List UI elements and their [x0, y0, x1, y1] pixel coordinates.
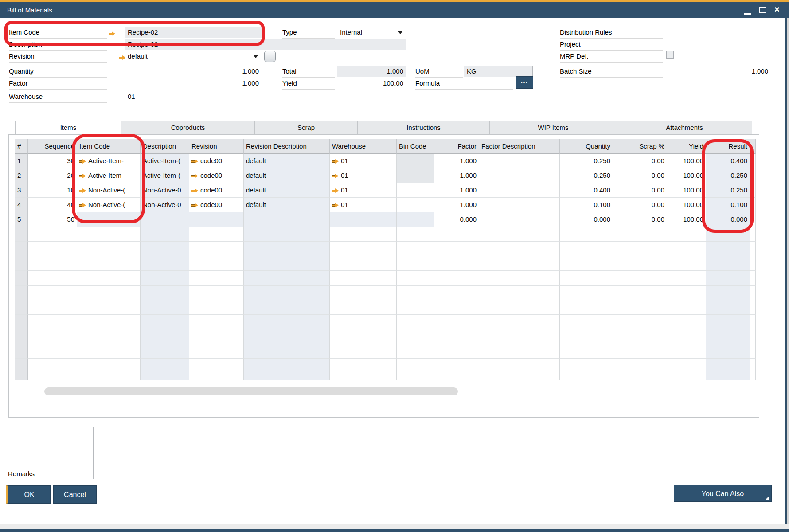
yield-field[interactable]: 100.00 [337, 78, 406, 89]
cell-num[interactable]: 4 [15, 198, 28, 212]
cell-scrap[interactable]: 0.00 [613, 154, 667, 168]
tab-instructions[interactable]: Instructions [358, 121, 490, 134]
cell-quantity[interactable]: 0.100 [560, 198, 613, 212]
factor-field[interactable]: 1.000 [125, 78, 262, 89]
warehouse-field[interactable]: 01 [125, 91, 262, 102]
cell-result[interactable]: 0.250 [706, 168, 750, 183]
cancel-button[interactable]: Cancel [53, 485, 97, 504]
formula-marker-cell[interactable]: ≡ [750, 212, 756, 227]
cell-factor[interactable]: 1.000 [434, 168, 479, 183]
link-arrow-icon[interactable] [332, 188, 339, 193]
cell-warehouse[interactable]: 01 [330, 183, 397, 198]
cell-description[interactable] [141, 212, 189, 227]
cell-bin_code[interactable] [397, 183, 434, 198]
link-arrow-icon[interactable] [191, 159, 199, 164]
cell-factor_description[interactable] [479, 154, 560, 168]
cell-sequence[interactable]: 10 [28, 183, 77, 198]
cell-scrap[interactable]: 0.00 [613, 198, 667, 212]
cell-revision_description[interactable]: default [244, 183, 330, 198]
cell-revision[interactable]: code00 [189, 154, 244, 168]
link-arrow-icon[interactable] [79, 174, 86, 179]
description-field[interactable]: Recipe-02 [125, 39, 406, 50]
cell-factor_description[interactable] [479, 183, 560, 198]
cell-yield[interactable]: 100.00 [667, 168, 706, 183]
close-icon[interactable]: × [772, 4, 782, 15]
link-arrow-icon[interactable] [191, 203, 199, 208]
remarks-textarea[interactable] [93, 427, 191, 479]
cell-factor[interactable]: 1.000 [434, 154, 479, 168]
cell-revision[interactable]: code00 [189, 183, 244, 198]
cell-result[interactable]: 0.400 [706, 154, 750, 168]
cell-factor_description[interactable] [479, 198, 560, 212]
cell-revision[interactable]: code00 [189, 168, 244, 183]
cell-num[interactable]: 3 [15, 183, 28, 198]
cell-description[interactable]: Non-Active-0 [141, 183, 189, 198]
cell-revision_description[interactable]: default [244, 198, 330, 212]
link-arrow-icon[interactable] [332, 159, 339, 164]
cell-revision_description[interactable] [244, 212, 330, 227]
link-arrow-icon[interactable] [332, 203, 339, 208]
cell-num[interactable]: 2 [15, 168, 28, 183]
distribution-rules-field[interactable] [666, 27, 771, 38]
cell-item_code[interactable]: Non-Active-( [77, 198, 141, 212]
cell-item_code[interactable]: Active-Item- [77, 168, 141, 183]
link-arrow-icon[interactable] [191, 188, 199, 193]
project-field[interactable] [666, 39, 771, 50]
cell-factor[interactable]: 0.000 [434, 212, 479, 227]
cell-sequence[interactable]: 40 [28, 198, 77, 212]
cell-warehouse[interactable]: 01 [330, 198, 397, 212]
ok-button[interactable]: OK [6, 485, 51, 504]
cell-scrap[interactable]: 0.00 [613, 168, 667, 183]
cell-yield[interactable]: 100.00 [667, 183, 706, 198]
cell-revision_description[interactable]: default [244, 154, 330, 168]
cell-num[interactable]: 1 [15, 154, 28, 168]
cell-scrap[interactable]: 0.00 [613, 183, 667, 198]
batch-size-field[interactable]: 1.000 [666, 66, 771, 77]
tab-wip-items[interactable]: WIP Items [490, 121, 617, 134]
cell-bin_code[interactable] [397, 168, 434, 183]
cell-description[interactable]: Active-Item-( [141, 168, 189, 183]
cell-factor_description[interactable] [479, 212, 560, 227]
link-arrow-icon[interactable] [79, 188, 86, 193]
cell-quantity[interactable]: 0.400 [560, 183, 613, 198]
tab-items[interactable]: Items [15, 121, 121, 134]
tab-scrap[interactable]: Scrap [255, 121, 358, 134]
cell-bin_code[interactable] [397, 212, 434, 227]
cell-quantity[interactable]: 0.250 [560, 154, 613, 168]
cell-bin_code[interactable] [397, 154, 434, 168]
formula-marker-cell[interactable]: ≡ [750, 168, 756, 183]
formula-marker-cell[interactable]: ≡ [750, 183, 756, 198]
cell-sequence[interactable]: 20 [28, 168, 77, 183]
cell-revision[interactable] [189, 212, 244, 227]
cell-result[interactable]: 0.100 [706, 198, 750, 212]
tab-attachments[interactable]: Attachments [617, 121, 752, 134]
cell-revision_description[interactable]: default [244, 168, 330, 183]
cell-factor_description[interactable] [479, 168, 560, 183]
quantity-field[interactable]: 1.000 [125, 66, 262, 77]
link-arrow-icon[interactable] [79, 159, 86, 164]
type-dropdown[interactable]: Internal [337, 27, 406, 38]
cell-sequence[interactable]: 50 [28, 212, 77, 227]
cell-bin_code[interactable] [397, 198, 434, 212]
tab-coproducts[interactable]: Coproducts [121, 121, 255, 134]
cell-item_code[interactable] [77, 212, 141, 227]
cell-description[interactable]: Active-Item-( [141, 154, 189, 168]
formula-marker-cell[interactable]: ≡ [750, 198, 756, 212]
cell-sequence[interactable]: 30 [28, 154, 77, 168]
cell-item_code[interactable]: Active-Item- [77, 154, 141, 168]
link-arrow-icon[interactable] [332, 174, 339, 179]
you-can-also-button[interactable]: You Can Also [674, 485, 772, 502]
link-arrow-icon[interactable] [109, 31, 116, 36]
cell-yield[interactable]: 100.00 [667, 154, 706, 168]
cell-warehouse[interactable]: 01 [330, 168, 397, 183]
item-code-field[interactable]: Recipe-02 [125, 27, 262, 38]
cell-quantity[interactable]: 0.000 [560, 212, 613, 227]
maximize-icon[interactable] [759, 7, 766, 13]
cell-result[interactable]: 0.250 [706, 183, 750, 198]
cell-quantity[interactable]: 0.250 [560, 168, 613, 183]
revision-list-button[interactable]: ≡ [264, 51, 276, 62]
cell-yield[interactable]: 100.00 [667, 212, 706, 227]
cell-factor[interactable]: 1.000 [434, 183, 479, 198]
cell-factor[interactable]: 1.000 [434, 198, 479, 212]
cell-revision[interactable]: code00 [189, 198, 244, 212]
